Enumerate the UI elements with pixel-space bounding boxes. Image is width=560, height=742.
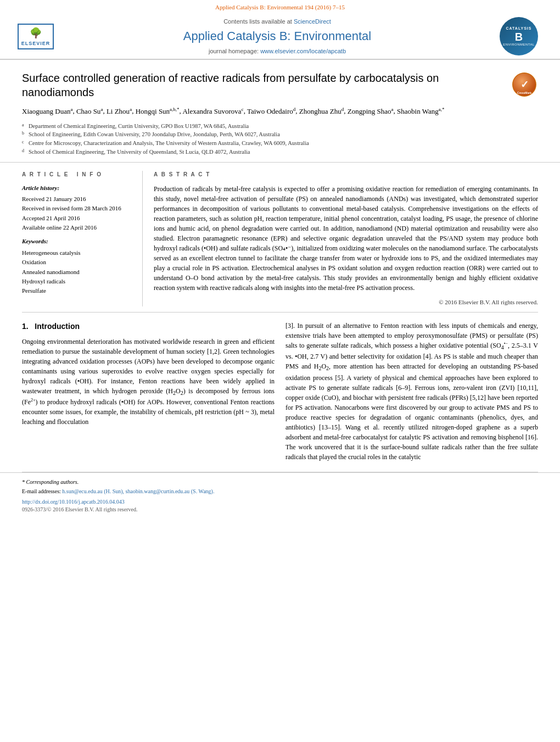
contents-label: Contents lists available at bbox=[223, 18, 292, 25]
intro-title: Introduction bbox=[35, 322, 80, 331]
author-2: Chao Sua bbox=[76, 107, 103, 115]
article-title-row: Surface controlled generation of reactiv… bbox=[22, 71, 538, 99]
homepage-label: journal homepage: bbox=[209, 48, 259, 54]
intro-number: 1. bbox=[22, 322, 29, 331]
affil-text-b: School of Engineering, Edith Cowan Unive… bbox=[29, 130, 280, 139]
received-date: Received 21 January 2016 bbox=[22, 195, 134, 203]
catalysis-badge: CATALYSIS B ENVIRONMENTAL bbox=[500, 17, 538, 55]
footer-email-note: E-mail addresses: h.sun@ecu.edu.au (H. S… bbox=[22, 488, 538, 495]
affil-sup-d: d bbox=[22, 148, 26, 157]
author-5: Alexandra Suvorovac bbox=[182, 107, 243, 115]
affil-text-c: Centre for Microscopy, Characterization … bbox=[29, 139, 309, 148]
elsevier-box: 🌳 ELSEVIER bbox=[18, 24, 54, 50]
info-abstract-section: A R T I C L E I N F O Article history: R… bbox=[0, 163, 560, 312]
affil-sup-c: c bbox=[22, 139, 26, 148]
crossmark-icon: ✓ CrossMark bbox=[512, 72, 536, 97]
article-info-col: A R T I C L E I N F O Article history: R… bbox=[22, 171, 143, 306]
keyword-3: Annealed nanodiamond bbox=[22, 268, 134, 276]
affil-text-d: School of Chemical Engineering, The Univ… bbox=[29, 148, 250, 157]
badge-sub: ENVIRONMENTAL bbox=[503, 42, 535, 47]
accepted-date: Accepted 21 April 2016 bbox=[22, 214, 134, 222]
author-9: Shaobin Wanga,* bbox=[397, 107, 444, 115]
affil-b: b School of Engineering, Edith Cowan Uni… bbox=[22, 130, 538, 139]
affiliations-section: a Department of Chemical Engineering, Cu… bbox=[22, 122, 538, 157]
body-section: 1. Introduction Ongoing environmental de… bbox=[0, 313, 560, 472]
intro-para-right: [3]. In pursuit of an alternative to Fen… bbox=[285, 321, 538, 462]
abstract-col: A B S T R A C T Production of radicals b… bbox=[143, 171, 538, 306]
corresponding-note: * Corresponding authors. bbox=[22, 478, 538, 486]
affil-c: c Centre for Microscopy, Characterizatio… bbox=[22, 139, 538, 148]
elsevier-tree-icon: 🌳 bbox=[30, 26, 42, 40]
footer-doi[interactable]: http://dx.doi.org/10.1016/j.apcatb.2016.… bbox=[22, 498, 538, 506]
author-8: Zongping Shaoa bbox=[348, 107, 394, 115]
footer-issn: 0926-3373/© 2016 Elsevier B.V. All right… bbox=[22, 506, 538, 514]
journal-info-center: Contents lists available at ScienceDirec… bbox=[60, 18, 494, 56]
journal-citation: Applied Catalysis B: Environmental 194 (… bbox=[215, 4, 345, 10]
intro-heading: 1. Introduction bbox=[22, 321, 275, 332]
email-label: E-mail addresses: bbox=[22, 488, 61, 494]
author-1: Xiaoguang Duana bbox=[22, 107, 72, 115]
affil-d: d School of Chemical Engineering, The Un… bbox=[22, 148, 538, 157]
author-4: Hongqi Suna,b,* bbox=[136, 107, 180, 115]
sciencedirect-link[interactable]: ScienceDirect bbox=[294, 18, 331, 25]
available-date: Available online 22 April 2016 bbox=[22, 224, 134, 232]
affil-a: a Department of Chemical Engineering, Cu… bbox=[22, 122, 538, 131]
catalysis-badge-container: CATALYSIS B ENVIRONMENTAL bbox=[494, 17, 544, 55]
svg-text:✓: ✓ bbox=[520, 79, 529, 90]
journal-header: 🌳 ELSEVIER Contents lists available at S… bbox=[0, 13, 560, 59]
revised-date: Received in revised form 28 March 2016 bbox=[22, 204, 134, 213]
affil-sup-a: a bbox=[22, 122, 26, 131]
keywords-label: Keywords: bbox=[22, 237, 134, 246]
journal-homepage: journal homepage: www.elsevier.com/locat… bbox=[71, 47, 483, 55]
keyword-4: Hydroxyl radicals bbox=[22, 277, 134, 286]
article-info-section-label: A R T I C L E I N F O bbox=[22, 171, 134, 178]
email-addresses: h.sun@ecu.edu.au (H. Sun), shaobin.wang@… bbox=[62, 488, 214, 494]
copyright-notice: © 2016 Elsevier B.V. All rights reserved… bbox=[154, 298, 538, 306]
keyword-1: Heterogeneous catalysis bbox=[22, 249, 134, 257]
abstract-text: Production of radicals by metal-free cat… bbox=[154, 184, 538, 293]
author-3: Li Zhoua bbox=[107, 107, 132, 115]
footer-section: * Corresponding authors. E-mail addresse… bbox=[0, 472, 560, 516]
keyword-5: Persulfate bbox=[22, 287, 134, 295]
body-col-left: 1. Introduction Ongoing environmental de… bbox=[22, 321, 275, 466]
journal-title: Applied Catalysis B: Environmental bbox=[71, 28, 483, 45]
page: Applied Catalysis B: Environmental 194 (… bbox=[0, 0, 560, 742]
top-notice-bar: Applied Catalysis B: Environmental 194 (… bbox=[0, 0, 560, 13]
keyword-2: Oxidation bbox=[22, 258, 134, 266]
article-title: Surface controlled generation of reactiv… bbox=[22, 71, 500, 99]
homepage-url[interactable]: www.elsevier.com/locate/apcatb bbox=[260, 48, 346, 54]
intro-para-left: Ongoing environmental deterioration has … bbox=[22, 337, 275, 427]
article-history-label: Article history: bbox=[22, 184, 134, 192]
authors-section: Xiaoguang Duana, Chao Sua, Li Zhoua, Hon… bbox=[22, 105, 538, 117]
author-7: Zhonghua Zhud bbox=[299, 107, 344, 115]
sciencedirect-line: Contents lists available at ScienceDirec… bbox=[71, 18, 483, 26]
body-col-right: [3]. In pursuit of an alternative to Fen… bbox=[285, 321, 538, 466]
badge-b: B bbox=[515, 31, 523, 42]
affil-text-a: Department of Chemical Engineering, Curt… bbox=[29, 122, 249, 131]
abstract-section-label: A B S T R A C T bbox=[154, 171, 538, 178]
article-header: Surface controlled generation of reactiv… bbox=[0, 60, 560, 161]
elsevier-label: ELSEVIER bbox=[21, 40, 51, 47]
author-6: Taiwo Odedairod bbox=[247, 107, 295, 115]
crossmark-badge: ✓ CrossMark bbox=[511, 71, 538, 98]
affil-sup-b: b bbox=[22, 130, 26, 139]
elsevier-logo: 🌳 ELSEVIER bbox=[11, 21, 60, 52]
svg-text:CrossMark: CrossMark bbox=[517, 91, 531, 94]
